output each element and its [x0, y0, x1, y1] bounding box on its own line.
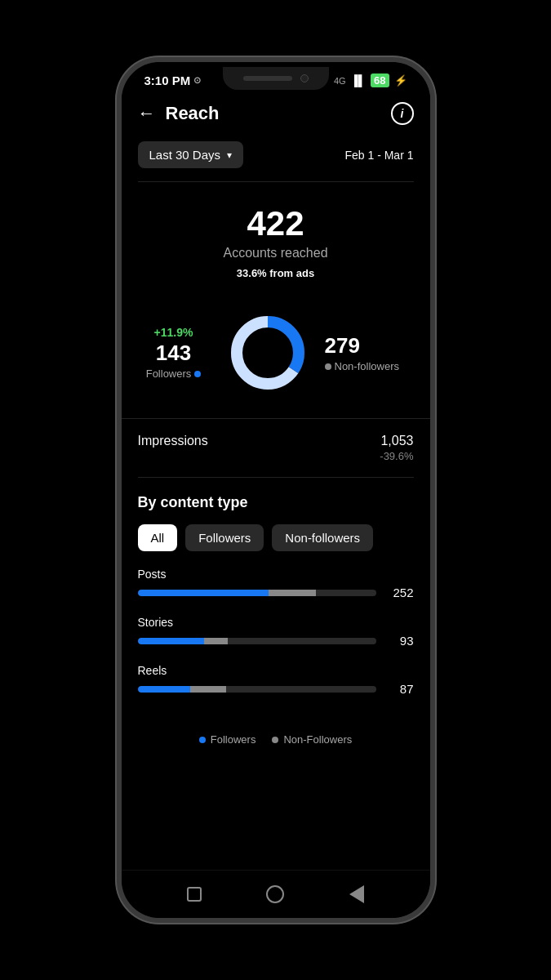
bar-stories-track — [138, 638, 376, 644]
followers-label: Followers — [137, 368, 211, 380]
date-filter-label: Last 30 Days — [149, 148, 221, 162]
donut-chart — [227, 312, 309, 394]
bar-posts-blue — [138, 590, 269, 596]
bar-reels-gray — [190, 686, 226, 693]
triangle-icon — [349, 885, 364, 903]
accounts-reached-label: Accounts reached — [138, 246, 414, 261]
status-icons: 4G ▐▌ 68 ⚡ — [334, 74, 407, 87]
chart-section: +11.9% 143 Followers — [122, 296, 430, 418]
date-range-display: Feb 1 - Mar 1 — [344, 149, 413, 162]
impressions-values: 1,053 -39.6% — [380, 434, 413, 462]
battery-icon: 68 — [371, 74, 389, 87]
impressions-label: Impressions — [138, 434, 208, 448]
legend-nonfollowers: Non-Followers — [272, 733, 352, 746]
notch — [223, 67, 329, 90]
bar-posts: Posts 252 — [138, 568, 414, 599]
bar-posts-track — [138, 590, 376, 596]
followers-stat: +11.9% 143 Followers — [137, 326, 211, 380]
bar-stories-blue — [138, 638, 205, 644]
impressions-change: -39.6% — [380, 450, 413, 462]
time-display: 3:10 PM — [144, 74, 191, 87]
legend-nonfollowers-dot — [272, 737, 278, 743]
bar-stories-label: Stories — [138, 616, 414, 629]
bar-posts-gray — [269, 590, 316, 596]
bar-reels-track — [138, 686, 376, 693]
bar-reels-value: 87 — [384, 682, 414, 696]
speaker — [243, 76, 292, 81]
legend-followers-label: Followers — [211, 733, 256, 746]
tab-followers[interactable]: Followers — [185, 524, 264, 551]
chevron-down-icon: ▾ — [227, 149, 232, 161]
bar-stories: Stories 93 — [138, 616, 414, 648]
header: ← Reach i — [122, 92, 430, 135]
nav-square-button[interactable] — [182, 882, 207, 906]
signal-icon: 4G — [334, 76, 346, 86]
circle-icon — [266, 885, 284, 903]
header-left: ← Reach — [138, 103, 220, 124]
followers-count: 143 — [137, 341, 211, 366]
phone-screen: 3:10 PM ⊙ 4G ▐▌ 68 ⚡ ← Reach — [122, 62, 430, 918]
wifi-icon: ▐▌ — [351, 74, 366, 87]
back-button[interactable]: ← — [138, 103, 156, 124]
bar-reels-blue — [138, 686, 190, 693]
bar-posts-label: Posts — [138, 568, 414, 581]
bar-reels-label: Reels — [138, 664, 414, 677]
page-title: Reach — [166, 103, 220, 124]
bottom-nav — [122, 870, 430, 918]
nav-back-button[interactable] — [344, 882, 369, 906]
tab-nonfollowers[interactable]: Non-followers — [272, 524, 373, 551]
impressions-row[interactable]: Impressions 1,053 -39.6% — [122, 418, 430, 477]
nav-circle-button[interactable] — [263, 882, 287, 906]
phone-wrapper: 3:10 PM ⊙ 4G ▐▌ 68 ⚡ ← Reach — [0, 0, 551, 980]
chart-legend: Followers Non-Followers — [122, 720, 430, 762]
nonfollowers-stat: 279 Non-followers — [325, 333, 415, 372]
nonfollowers-dot — [325, 363, 331, 370]
bar-posts-value: 252 — [384, 586, 414, 599]
bar-posts-row: 252 — [138, 586, 414, 599]
info-button[interactable]: i — [391, 102, 414, 125]
followers-dot — [194, 371, 201, 377]
impressions-value: 1,053 — [380, 434, 413, 448]
bar-reels: Reels 87 — [138, 664, 414, 696]
date-bar: Last 30 Days ▾ Feb 1 - Mar 1 — [122, 135, 430, 181]
camera — [300, 74, 309, 82]
bar-stories-row: 93 — [138, 634, 414, 648]
nonfollowers-count: 279 — [325, 333, 415, 359]
date-filter-dropdown[interactable]: Last 30 Days ▾ — [138, 141, 244, 168]
nonfollowers-label: Non-followers — [325, 360, 415, 372]
phone-frame: 3:10 PM ⊙ 4G ▐▌ 68 ⚡ ← Reach — [117, 57, 435, 923]
bar-chart: Posts 252 Stories — [122, 568, 430, 720]
followers-increase: +11.9% — [137, 326, 211, 339]
main-stats: 422 Accounts reached 33.6% from ads — [122, 182, 430, 296]
filter-tabs: All Followers Non-followers — [122, 524, 430, 568]
ads-percentage: 33.6% from ads — [138, 267, 414, 279]
bar-reels-row: 87 — [138, 682, 414, 696]
charging-icon: ⚡ — [394, 74, 407, 87]
legend-followers-dot — [199, 737, 206, 743]
total-accounts-number: 422 — [138, 207, 414, 241]
square-icon — [187, 887, 202, 902]
bar-stories-gray — [204, 638, 228, 644]
content-type-title: By content type — [122, 478, 430, 524]
status-time: 3:10 PM ⊙ — [144, 74, 202, 87]
legend-nonfollowers-label: Non-Followers — [283, 733, 352, 746]
tab-all[interactable]: All — [138, 524, 178, 551]
bar-stories-value: 93 — [384, 634, 414, 648]
scroll-content: ← Reach i Last 30 Days ▾ Feb 1 - Mar 1 — [122, 92, 430, 870]
legend-followers: Followers — [199, 733, 256, 746]
